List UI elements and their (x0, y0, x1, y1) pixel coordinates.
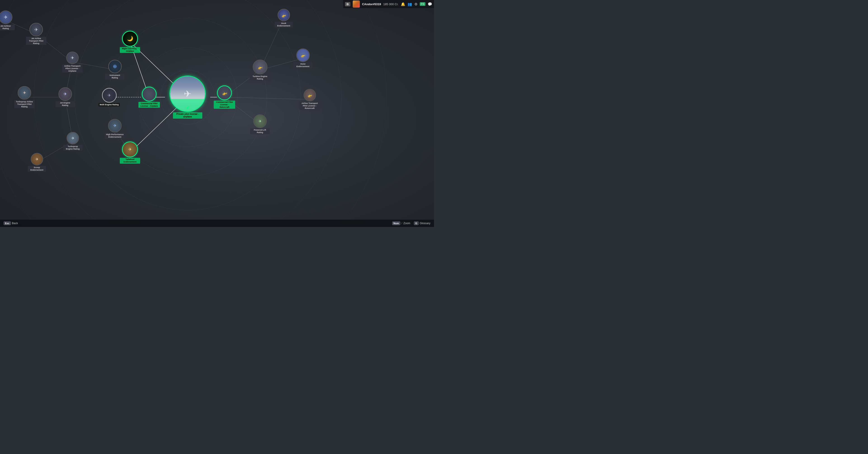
node-turboprop-engine[interactable]: Turboprop Engine Rating (63, 132, 83, 151)
node-atp-rotorcraft[interactable]: Airline Transport Pilot License - Rotorc… (300, 89, 320, 110)
group-icon[interactable]: 👥 (408, 2, 412, 6)
slash-sep: / (401, 222, 402, 225)
g-key: G (414, 222, 418, 225)
node-commercial-rotorcraft[interactable]: Commercial Pilot License - Rotorcraft (214, 86, 235, 109)
header: B CAndor#5319 185 000 Cr. 🔔 👥 ⚙ FS 💬 (343, 0, 434, 8)
footer: Esc Back Num / Zoom G Glossary (0, 220, 434, 227)
profile-icon[interactable]: FS (420, 2, 426, 6)
node-label-private-pilot: Private pilot license - airplane (173, 112, 202, 119)
node-powered-lift[interactable]: Powered-Lift Rating (250, 115, 270, 134)
notification-icon[interactable]: 🔔 (401, 2, 405, 6)
node-label-scoop: Scoop Endorsement (28, 166, 46, 172)
node-label-atp-rotorcraft: Airline Transport Pilot License - Rotorc… (300, 102, 320, 110)
node-label-hoist: Hoist Endorsement (293, 62, 313, 68)
node-high-performance[interactable]: High Performance Endorsement (105, 119, 125, 139)
node-label-atp-airplane: Airline Transport Pilot License - Airpla… (62, 64, 83, 72)
glossary-button[interactable]: G Glossary (414, 222, 430, 225)
node-label-instrument: Instrument Rating (105, 74, 125, 79)
chat-icon[interactable]: 💬 (428, 2, 432, 6)
node-label-turboprop-engine: Turboprop Engine Rating (63, 145, 83, 151)
num-key: Num (392, 222, 400, 225)
node-label-airliner-rating: Jet Airliner Rating (0, 24, 15, 30)
node-hoist[interactable]: Hoist Endorsement (293, 48, 313, 68)
back-button[interactable]: Esc Back (4, 222, 18, 225)
node-multi-engine[interactable]: Multi Engine Rating (98, 88, 120, 106)
node-label-commercial-airplane: Commercial Pilot License - Airplane (138, 102, 160, 108)
node-label-jet-airline: Jet Airline Transport Pilot Rating (26, 37, 46, 45)
esc-key: Esc (4, 222, 11, 225)
node-label-jet-engine: Jet Engine Rating (56, 101, 75, 107)
glossary-label: Glossary (420, 222, 430, 225)
header-credits: 185 000 Cr. (383, 2, 398, 6)
node-atp-airplane[interactable]: Airline Transport Pilot License - Airpla… (62, 52, 83, 72)
node-jet-airline[interactable]: Jet Airline Transport Pilot Rating (26, 23, 46, 45)
background (0, 0, 434, 227)
node-hook[interactable]: Hook Endorsement (275, 9, 293, 28)
zoom-label: Zoom (403, 222, 410, 225)
score-badge: B (345, 2, 350, 6)
node-label-hook: Hook Endorsement (275, 22, 293, 28)
node-tailwheel[interactable]: Tailwheel Endorsement (120, 141, 140, 164)
back-label: Back (12, 222, 18, 225)
node-label-night-currency: Night Currency - Airplane (120, 47, 140, 53)
header-username: CAndor#5319 (362, 2, 381, 6)
node-instrument[interactable]: Instrument Rating (105, 60, 125, 79)
settings-icon[interactable]: ⚙ (414, 2, 417, 6)
node-label-commercial-rotorcraft: Commercial Pilot License - Rotorcraft (214, 101, 235, 109)
node-airliner-rating[interactable]: Jet Airliner Rating (0, 10, 15, 30)
node-scoop[interactable]: Scoop Endorsement (28, 153, 46, 172)
node-label-turbine-engine: Turbine Engine Rating (250, 75, 270, 81)
node-night-currency[interactable]: Night Currency - Airplane (120, 31, 140, 53)
node-turbine-engine[interactable]: Turbine Engine Rating (250, 60, 270, 81)
node-turboprop-airline[interactable]: Turboprop Airline Transport Pilot Rating (14, 86, 35, 108)
node-commercial-airplane[interactable]: Commercial Pilot License - Airplane (138, 87, 160, 108)
node-label-turboprop-airline: Turboprop Airline Transport Pilot Rating (14, 100, 35, 108)
user-avatar (352, 0, 360, 8)
node-jet-engine[interactable]: Jet Engine Rating (56, 87, 75, 107)
zoom-control[interactable]: Num / Zoom (392, 222, 410, 225)
completed-check: ✓ (186, 105, 189, 110)
node-label-high-performance: High Performance Endorsement (105, 133, 125, 139)
node-label-powered-lift: Powered-Lift Rating (250, 128, 270, 134)
node-label-tailwheel: Tailwheel Endorsement (120, 158, 140, 164)
node-private-pilot[interactable]: ✓ Private pilot license - airplane (169, 76, 206, 119)
node-label-multi-engine: Multi Engine Rating (98, 103, 120, 106)
